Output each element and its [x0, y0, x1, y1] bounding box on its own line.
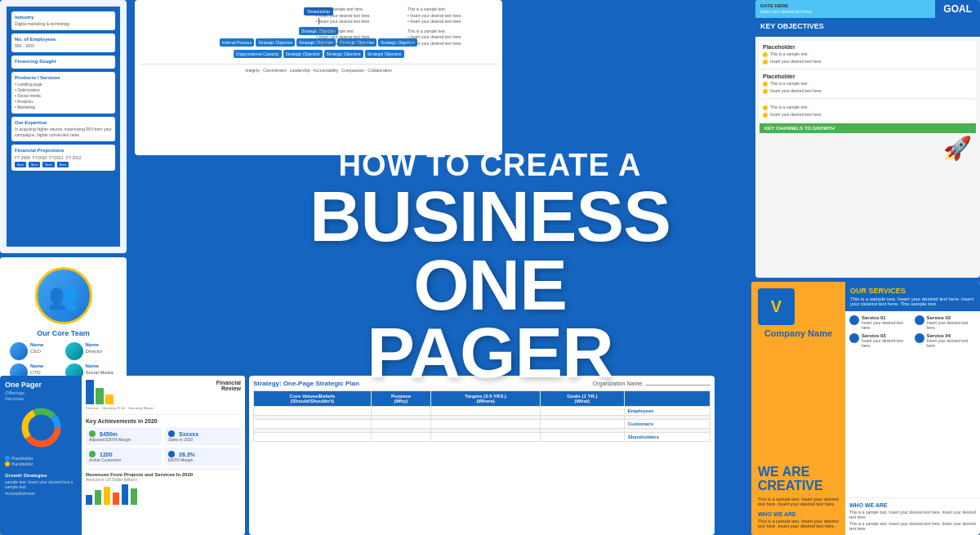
- rocket-icon: 🚀: [760, 133, 976, 163]
- col-header-5: [624, 391, 710, 407]
- key-objectives-section: KEY OBJECTIVES: [755, 18, 980, 37]
- achievement-value-3: 1200: [100, 452, 113, 457]
- strategic-table: Core Values/Beliefs(Should/Shouldn't) Pu…: [253, 390, 710, 442]
- services-card-label: Services: [5, 396, 77, 401]
- team-circular-image: 👥: [35, 267, 92, 324]
- col-header-4: Goals (1 YR.)(What): [540, 391, 624, 407]
- achievements-row-2: 1200 Active Customers 26.3% EBITA Margin: [86, 448, 241, 466]
- revenues-unit: Amount in US Dollar (billion): [86, 477, 241, 482]
- card-business-plan: Industry Digital marketing & technology …: [0, 0, 127, 253]
- card-strategic-plan: Strategy: One-Page Strategic Plan Organi…: [249, 376, 715, 535]
- who-we-are-right-text: This is a sample text. Insert your desir…: [849, 510, 976, 519]
- services-description: This is a sample text. Insert your desir…: [850, 296, 975, 306]
- objectives-content: Placeholder This is a sample text. Inser…: [755, 37, 980, 167]
- placeholder-box-2: Placeholder This is a sample text. Inser…: [760, 70, 976, 97]
- table-row: Customers: [254, 420, 710, 429]
- bullet-icon: [763, 52, 768, 57]
- team-member-1: Name CEO: [10, 342, 62, 360]
- financing-label: Financing Sought: [15, 59, 112, 64]
- col-header-3: Targets (3-5 YRS.)(Where): [431, 391, 541, 407]
- team-member-2: Name Director: [65, 342, 118, 360]
- financial-review-title: Financial Review: [200, 380, 241, 410]
- core-team-title: Our Core Team: [10, 329, 117, 337]
- achievement-label-4: EBITA Margin: [168, 457, 238, 462]
- bullet-icon: [763, 105, 768, 110]
- key-achievements-title: Key Achievements in 2020: [86, 418, 241, 424]
- company-name-text: Company Name: [758, 328, 839, 338]
- achievement-label-3: Active Customers: [89, 457, 158, 462]
- achievement-value-1: $450m: [100, 431, 118, 437]
- employees-label: No. of Employees: [15, 37, 56, 42]
- offerings-label: Offerings: [5, 390, 77, 395]
- table-row: Shareholders: [254, 433, 710, 442]
- date-section: DATE HERE Insert your desired text here.: [755, 0, 935, 18]
- service3-icon: [849, 333, 859, 343]
- sample-text-area: This is a sample text here. • Insert you…: [316, 7, 496, 47]
- bullet-icon: [763, 89, 768, 94]
- customers-side-label: Customers: [624, 420, 710, 429]
- bullet-icon: [763, 113, 768, 118]
- achievement-value-4: 26.3%: [179, 452, 195, 457]
- goal-badge: GOAL: [935, 0, 980, 18]
- shareholders-side-label: Shareholders: [624, 433, 710, 442]
- card-goal-objectives: DATE HERE Insert your desired text here.…: [755, 0, 980, 278]
- services-title: OUR SERVICES: [850, 287, 975, 295]
- placeholder-box-3: This is a sample text. Insert your desir…: [760, 100, 976, 121]
- service-item-2: Service 02 Insert your desired text here…: [915, 315, 977, 330]
- date-placeholder: Insert your desired text here.: [760, 9, 930, 14]
- products-label: Products / Services: [15, 75, 112, 80]
- revenue-bar-chart: [86, 484, 241, 505]
- goal-header: DATE HERE Insert your desired text here.…: [755, 0, 980, 18]
- placeholder-box-1: Placeholder This is a sample text. Inser…: [760, 41, 976, 68]
- achievements-row: $450m Adjusted EBITA Margin Sxxxxx Sales…: [86, 427, 241, 445]
- blue-dot-icon: [168, 430, 175, 437]
- achievement-2: Sxxxxx Sales in 2020: [165, 427, 241, 445]
- card-company-services: V Company Name WE ARE CREATIVE This is a…: [751, 282, 980, 535]
- green-dot-icon: [89, 430, 96, 437]
- services-grid: Service 01 Insert your desired text here…: [849, 315, 976, 348]
- service4-icon: [915, 333, 924, 343]
- logo-v-icon: V: [771, 297, 782, 316]
- org-values: Integrity · Commitment · Leadership · Ac…: [140, 64, 497, 73]
- main-container: HOW TO CREATE A BUSINESS ONE PAGER Indus…: [0, 0, 980, 535]
- services-header-section: OUR SERVICES This is a sample text. Inse…: [845, 282, 980, 311]
- table-row: Employees: [254, 407, 710, 416]
- financial-right: Revenue Operating Profit Operating Margi…: [82, 376, 245, 535]
- bullet-icon: [763, 60, 768, 65]
- company-description: This is a sample text. Insert your desir…: [758, 497, 839, 506]
- green-dot-icon-2: [89, 451, 96, 457]
- team-silhouette-icon: 👥: [48, 282, 78, 310]
- services-right: OUR SERVICES This is a sample text. Inse…: [845, 282, 980, 535]
- member2-photo: [65, 342, 83, 360]
- who-text: This is a sample text. Insert your desir…: [758, 519, 839, 528]
- col-header-1: Core Values/Beliefs(Should/Shouldn't): [254, 391, 372, 407]
- company-services-layout: V Company Name WE ARE CREATIVE This is a…: [751, 282, 980, 535]
- who-we-are-right: WHO WE ARE This is a sample text. Insert…: [845, 497, 980, 535]
- key-objectives-title: KEY OBJECTIVES: [760, 22, 975, 30]
- financial-proj-label: Financial Projections: [15, 148, 112, 153]
- center-text-overlay: HOW TO CREATE A BUSINESS ONE PAGER: [294, 148, 686, 387]
- service-item-1: Service 01 Insert your desired text here…: [849, 315, 911, 330]
- card-org-chart: Stewardship Strategic Objective Internal…: [135, 0, 502, 155]
- achievement-label-2: Sales in 2020: [168, 437, 238, 442]
- bar-revenue: [86, 380, 94, 404]
- date-label: DATE HERE: [760, 3, 930, 8]
- financial-left: One Pager Offerings Services Placeholder…: [0, 376, 82, 535]
- services-list: Service 01 Insert your desired text here…: [845, 311, 980, 497]
- key-achievements-section: Key Achievements in 2020 $450m Adjusted …: [86, 418, 241, 466]
- achievement-3: 1200 Active Customers: [86, 448, 162, 466]
- we-are-creative-text: WE ARE CREATIVE: [758, 465, 839, 493]
- achievement-label-1: Adjusted EBITA Margin: [89, 437, 158, 442]
- company-logo-block: V: [758, 288, 795, 325]
- blue-dot-icon-2: [168, 451, 175, 457]
- card-financial: One Pager Offerings Services Placeholder…: [0, 376, 245, 535]
- company-info-left: V Company Name WE ARE CREATIVE This is a…: [751, 282, 845, 535]
- service-item-3: Service 03 Insert your desired text here…: [849, 333, 911, 348]
- one-pager-card-label: One Pager: [5, 381, 77, 389]
- donut-chart: [19, 405, 64, 450]
- member1-photo: [10, 342, 28, 360]
- achievement-4: 26.3% EBITA Margin: [165, 448, 241, 466]
- revenues-section: Revenues From Projects and Services In 2…: [86, 469, 241, 505]
- col-header-2: Purpose(Why): [371, 391, 430, 407]
- who-we-are-label: WHO WE ARE: [758, 511, 839, 517]
